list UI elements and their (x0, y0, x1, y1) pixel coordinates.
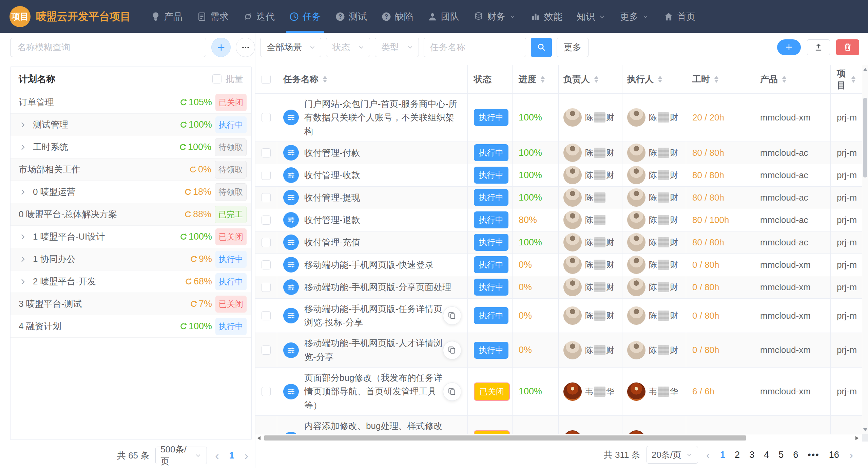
row-checkbox[interactable] (262, 171, 271, 180)
prev-page-button[interactable]: ‹ (704, 449, 712, 461)
task-name-link[interactable]: 收付管理-退款 (304, 210, 360, 230)
next-page-button[interactable]: › (243, 450, 250, 461)
copy-task-button[interactable] (443, 341, 461, 359)
page-number[interactable]: 4 (762, 450, 771, 460)
table-row[interactable]: 内容添加修改、bug处理、样式修改（safari浏览器对element ui部分… (255, 416, 862, 434)
sort-control[interactable] (540, 76, 545, 83)
row-checkbox[interactable] (262, 311, 271, 320)
row-checkbox[interactable] (262, 193, 271, 202)
task-name-link[interactable]: 收付管理-收款 (304, 165, 360, 185)
task-name-link[interactable]: 收付管理-提现 (304, 187, 360, 208)
nav-item[interactable]: 首页 (656, 0, 702, 33)
row-checkbox[interactable] (262, 113, 271, 122)
page-number[interactable]: ••• (806, 450, 821, 460)
table-row[interactable]: 收付管理-退款 执行中 80% 陈 陈财 80 / 100h mmcloud-a… (255, 209, 862, 231)
row-checkbox[interactable] (262, 283, 271, 292)
plan-row[interactable]: 工时系统 100% 待领取 (11, 136, 251, 158)
nav-item[interactable]: 财务 (466, 0, 523, 33)
task-name-link[interactable]: 收付管理-付款 (304, 143, 360, 163)
add-task-button[interactable] (777, 39, 801, 55)
next-page-button[interactable]: › (847, 449, 855, 461)
batch-checkbox[interactable] (212, 74, 221, 83)
nav-item[interactable]: 迭代 (236, 0, 282, 33)
select-all-checkbox[interactable] (262, 75, 271, 84)
page-number[interactable]: 1 (227, 450, 236, 461)
plan-row[interactable]: 订单管理 105% 已关闭 (11, 91, 251, 114)
table-row[interactable]: 收付管理-提现 执行中 100% 陈 陈财 80 / 80h mmcloud-a… (255, 187, 862, 209)
plan-row[interactable]: 2 唛盟平台-开发 68% 执行中 (11, 270, 251, 293)
task-name-link[interactable]: 收付管理-充值 (304, 232, 360, 252)
chevron-right-icon[interactable] (19, 233, 33, 241)
plan-row[interactable]: 3 唛盟平台-测试 7% 已关闭 (11, 293, 251, 315)
plan-more-button[interactable] (236, 38, 255, 57)
plan-page-size-select[interactable]: 500条/页 (155, 447, 207, 464)
page-number[interactable]: 2 (733, 450, 742, 460)
sort-control[interactable] (851, 76, 856, 83)
plan-row[interactable]: 4 融资计划 100% 执行中 (11, 315, 251, 338)
page-number[interactable]: 5 (776, 450, 786, 460)
sort-control[interactable] (658, 76, 662, 83)
nav-item[interactable]: 效能 (523, 0, 570, 33)
page-number[interactable]: 16 (827, 450, 841, 460)
page-number[interactable]: 6 (791, 450, 800, 460)
search-button[interactable] (531, 38, 552, 57)
chevron-right-icon[interactable] (19, 121, 33, 129)
task-name-link[interactable]: 移动端功能-手机网页版-快速登录 (304, 255, 433, 275)
row-checkbox[interactable] (262, 345, 271, 355)
plan-row[interactable]: 0 唛盟平台-总体解决方案 88% 已完工 (11, 203, 251, 226)
nav-item[interactable]: 产品 (143, 0, 190, 33)
sort-control[interactable] (782, 76, 787, 83)
scroll-left-arrow-icon[interactable] (257, 436, 261, 440)
plan-row[interactable]: 1 协同办公 9% 执行中 (11, 248, 251, 270)
vertical-scroll-thumb[interactable] (863, 98, 867, 177)
table-row[interactable]: 移动端功能-手机网页版-人才详情浏览-分享 执行中 0% 陈财 陈财 0 / 8… (255, 333, 862, 368)
row-checkbox[interactable] (262, 260, 271, 269)
page-number[interactable]: 1 (718, 450, 727, 460)
add-plan-button[interactable] (211, 38, 231, 57)
horizontal-scrollbar[interactable] (255, 434, 868, 442)
table-row[interactable]: 移动端功能-手机网页版-快速登录 执行中 0% 陈财 陈财 0 / 80h mm… (255, 254, 862, 276)
nav-item[interactable]: ? 测试 (328, 0, 374, 33)
sort-control[interactable] (594, 76, 599, 83)
copy-task-button[interactable] (443, 382, 461, 401)
plan-row[interactable]: 0 唛盟运营 18% 待领取 (11, 181, 251, 203)
plan-row[interactable]: 1 唛盟平台-UI设计 100% 已关闭 (11, 226, 251, 248)
table-row[interactable]: 收付管理-充值 执行中 100% 陈财 陈财 80 / 80h mmcloud-… (255, 231, 862, 254)
export-button[interactable] (807, 39, 830, 55)
type-select[interactable]: 类型 (375, 38, 419, 57)
scene-select[interactable]: 全部场景 (260, 38, 321, 57)
table-row[interactable]: 页面部分bug修改（我发布的任务详情页顶部导航、首页研发管理工具等） 已关闭 1… (255, 368, 862, 416)
status-select[interactable]: 状态 (326, 38, 370, 57)
row-checkbox[interactable] (262, 238, 271, 247)
nav-item[interactable]: 需求 (190, 0, 236, 33)
row-checkbox[interactable] (262, 148, 271, 157)
nav-item[interactable]: 任务 (282, 0, 328, 33)
page-number[interactable]: 3 (747, 450, 756, 460)
delete-button[interactable] (836, 39, 859, 55)
row-checkbox[interactable] (262, 216, 271, 225)
nav-item[interactable]: ? 缺陷 (374, 0, 420, 33)
more-filters-button[interactable]: 更多 (557, 38, 589, 57)
table-row[interactable]: 门户网站-众包门户-首页-服务商中心-所有数据只关联个人账号，不关联组织架构 执… (255, 94, 862, 142)
plan-row[interactable]: 市场部相关工作 0% 待领取 (11, 158, 251, 181)
task-name-link[interactable]: 移动端功能-手机网页版-分享页面处理 (304, 277, 451, 297)
task-name-link[interactable]: 门户网站-众包门户-首页-服务商中心-所有数据只关联个人账号，不关联组织架构 (304, 94, 461, 142)
nav-item[interactable]: 团队 (420, 0, 466, 33)
task-name-link[interactable]: 内容添加修改、bug处理、样式修改（safari浏览器对element ui部分… (304, 416, 461, 434)
table-row[interactable]: 收付管理-收款 执行中 100% 陈财 陈财 80 / 80h mmcloud-… (255, 164, 862, 187)
sort-control[interactable] (714, 76, 719, 83)
chevron-right-icon[interactable] (19, 278, 33, 286)
table-row[interactable]: 移动端功能-手机网页版-分享页面处理 执行中 0% 陈财 陈财 0 / 80h … (255, 276, 862, 299)
horizontal-scroll-thumb[interactable] (264, 435, 746, 441)
scroll-down-arrow-icon[interactable] (863, 428, 867, 431)
task-page-size-select[interactable]: 20条/页 (647, 446, 698, 464)
sort-control[interactable] (323, 76, 327, 83)
scroll-up-arrow-icon[interactable] (863, 68, 867, 71)
chevron-right-icon[interactable] (19, 255, 33, 263)
table-row[interactable]: 收付管理-付款 执行中 100% 陈财 陈财 80 / 80h mmcloud-… (255, 142, 862, 164)
chevron-right-icon[interactable] (19, 188, 33, 196)
nav-item[interactable]: 更多 (613, 0, 656, 33)
row-checkbox[interactable] (262, 387, 271, 396)
plan-search-input[interactable] (10, 38, 206, 57)
task-name-link[interactable]: 移动端功能-手机网页版-人才详情浏览-分享 (304, 333, 443, 367)
